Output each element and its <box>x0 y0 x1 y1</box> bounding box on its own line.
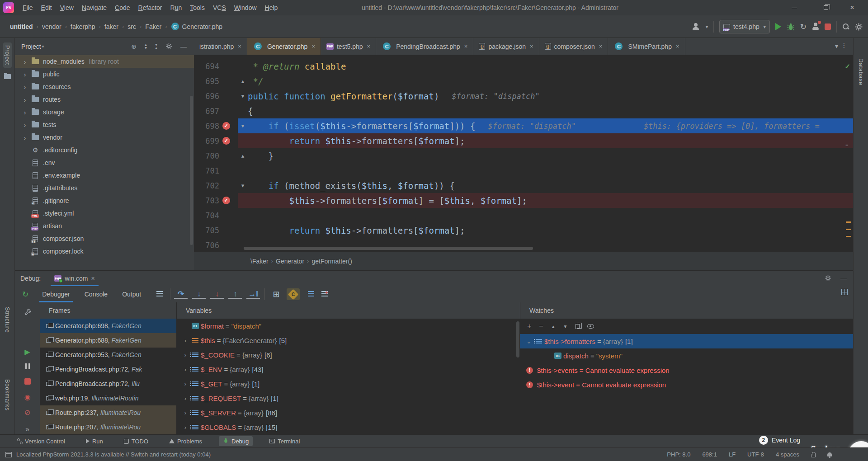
project-panel-title[interactable]: Project <box>21 43 41 50</box>
phpstorm-logo-icon[interactable]: PS <box>3 2 14 13</box>
breadcrumb-item[interactable]: src <box>127 23 137 30</box>
menu-item-run[interactable]: Run <box>166 0 186 15</box>
error-stripe-mark[interactable]: ≡ <box>845 142 851 147</box>
expand-all-icon[interactable]: ▴▾ <box>145 43 147 50</box>
debug-settings-gear-icon[interactable] <box>825 275 831 282</box>
fold-down-icon[interactable]: ▾ <box>238 93 248 99</box>
menu-item-help[interactable]: Help <box>261 0 282 15</box>
move-down-icon[interactable]: ▼ <box>563 324 568 329</box>
panel-settings-gear-icon[interactable] <box>165 43 172 50</box>
breadcrumb-item[interactable]: vendor <box>41 23 62 30</box>
settings-gear-icon[interactable] <box>855 23 863 31</box>
lock-icon[interactable] <box>811 454 816 457</box>
chevron-right-icon[interactable]: › <box>19 58 30 66</box>
watch-row[interactable]: 01dispatch="system" <box>520 348 853 363</box>
debug-tab-console[interactable]: Console <box>77 286 115 302</box>
profiler-button[interactable] <box>812 23 819 31</box>
variables-scrollbar[interactable] <box>516 321 519 358</box>
chevron-right-icon[interactable]: › <box>19 108 30 116</box>
step-into-icon[interactable]: ↓ <box>192 290 206 299</box>
step-over-icon[interactable]: ↷ <box>174 290 188 299</box>
breakpoint-icon[interactable]: ✓ <box>222 197 230 204</box>
fold-up-icon[interactable]: ▴ <box>238 78 248 85</box>
error-stripe-mark[interactable] <box>846 229 851 230</box>
run-configuration-select[interactable]: test4.php ▾ <box>719 20 770 33</box>
frame-row[interactable]: Generator.php:688, Faker\Gen <box>40 333 176 348</box>
force-step-into-icon[interactable]: ↓ <box>210 290 224 299</box>
tool-stripe-project[interactable]: Project <box>3 42 12 68</box>
hidden-tabs-icon[interactable]: ▾ <box>835 42 838 50</box>
variable-row[interactable]: ›$_COOKIE={array}[6] <box>176 348 520 362</box>
chevron-right-icon[interactable]: › <box>19 134 30 141</box>
status-php-version[interactable]: PHP: 8.0 <box>667 451 690 458</box>
expand-chevron-icon[interactable]: › <box>181 424 190 431</box>
tool-stripe-bookmarks[interactable]: Bookmarks <box>4 379 11 411</box>
horizontal-scrollbar[interactable] <box>244 247 533 250</box>
watch-row[interactable]: !$this->event = Cannot evaluate expressi… <box>520 377 853 392</box>
code-line-704[interactable]: 704 <box>194 208 853 223</box>
code-line-701[interactable]: 701 <box>194 163 853 178</box>
numbered-list-icon[interactable] <box>304 290 318 299</box>
code-editor[interactable]: 694 * @return callable695▴ */696▾public … <box>194 55 853 251</box>
variable-row[interactable]: ›$this={Faker\Generator}[5] <box>176 333 520 348</box>
duplicate-watch-icon[interactable] <box>576 324 580 329</box>
editor-tab-test5.php[interactable]: PHPtest5.php× <box>321 38 376 55</box>
view-breakpoints-icon[interactable]: ◉ <box>15 393 40 401</box>
debug-session-tab[interactable]: PHP win.com × <box>51 271 99 286</box>
tree-item-tests[interactable]: ›tests <box>15 118 194 131</box>
breadcrumb-item[interactable]: Faker <box>144 23 162 30</box>
tree-item-composer.lock[interactable]: acomposer.lock <box>15 245 194 258</box>
tree-item-.styleci.yml[interactable]: YML.styleci.yml <box>15 207 194 220</box>
code-line-702[interactable]: 702▾ if (method_exists($this, $format)) … <box>194 178 853 193</box>
close-tab-icon[interactable]: × <box>311 43 315 50</box>
add-watch-plus-icon[interactable]: + <box>527 322 531 330</box>
breakpoint-icon[interactable]: ✓ <box>222 137 230 145</box>
frame-row[interactable]: Route.php:237, Illuminate\Rou <box>40 405 176 420</box>
chevron-right-icon[interactable]: › <box>19 121 30 129</box>
editor-tab-package.json[interactable]: {}package.json× <box>473 38 539 55</box>
mute-breakpoints-icon[interactable]: ⊘ <box>15 408 40 417</box>
show-watches-icon[interactable] <box>587 324 594 329</box>
tree-item-node_modules[interactable]: ›node_moduleslibrary root <box>15 55 194 68</box>
variable-row[interactable]: ›$GLOBALS={array}[15] <box>176 420 520 434</box>
debug-settings-wrench-icon[interactable] <box>24 309 31 316</box>
debug-tab-debugger[interactable]: Debugger <box>35 286 77 302</box>
error-stripe-mark[interactable] <box>846 221 851 223</box>
breakpoint-icon[interactable]: ✓ <box>222 122 230 130</box>
tree-item-public[interactable]: ›public <box>15 68 194 80</box>
tree-item-.env[interactable]: .env <box>15 156 194 169</box>
coverage-button[interactable]: ↻ <box>800 22 807 32</box>
status-indent[interactable]: 4 spaces <box>776 451 799 458</box>
status-caret-position[interactable]: 698:1 <box>702 451 717 458</box>
toolwindow-button-version-control[interactable]: Version Control <box>13 437 69 446</box>
status-message[interactable]: Localized PhpStorm 2021.3.3 is available… <box>16 451 211 458</box>
remove-watch-minus-icon[interactable]: − <box>539 322 543 330</box>
minimize-button[interactable] <box>784 0 805 15</box>
fold-up-icon[interactable]: ▴ <box>238 152 248 159</box>
user-icon[interactable] <box>692 23 699 30</box>
menu-item-vcs[interactable]: VCS <box>209 0 230 15</box>
variable-row[interactable]: ›$_ENV={array}[43] <box>176 362 520 376</box>
search-everywhere-icon[interactable] <box>842 23 849 30</box>
close-tab-icon[interactable]: × <box>464 43 468 50</box>
close-tab-icon[interactable]: × <box>676 43 679 50</box>
tree-item-.editorconfig[interactable]: ⚙.editorconfig <box>15 144 194 156</box>
tree-item-resources[interactable]: ›resources <box>15 80 194 93</box>
toolwindow-button-terminal[interactable]: >_Terminal <box>265 437 304 446</box>
menu-item-file[interactable]: File <box>19 0 37 15</box>
resume-program-icon[interactable]: ▶ <box>15 348 40 356</box>
toolwindow-button-run[interactable]: Run <box>82 437 107 446</box>
toolwindow-button-problems[interactable]: Problems <box>165 437 206 446</box>
debug-button[interactable] <box>787 23 795 31</box>
event-log-button[interactable]: 2 Event Log <box>759 436 800 445</box>
close-button[interactable]: × <box>842 0 863 15</box>
step-out-icon[interactable]: ↑ <box>228 290 242 299</box>
tool-stripe-structure[interactable]: Structure <box>4 307 11 333</box>
maximize-button[interactable] <box>816 0 836 15</box>
debug-tab-output[interactable]: Output <box>115 286 148 302</box>
editor-tab-composer.json[interactable]: {}composer.json× <box>539 38 609 55</box>
layout-settings-icon[interactable] <box>841 289 848 295</box>
close-tab-icon[interactable]: × <box>367 43 371 50</box>
close-tab-icon[interactable]: × <box>599 43 603 50</box>
collapse-all-icon[interactable]: ▾▴ <box>155 43 157 50</box>
